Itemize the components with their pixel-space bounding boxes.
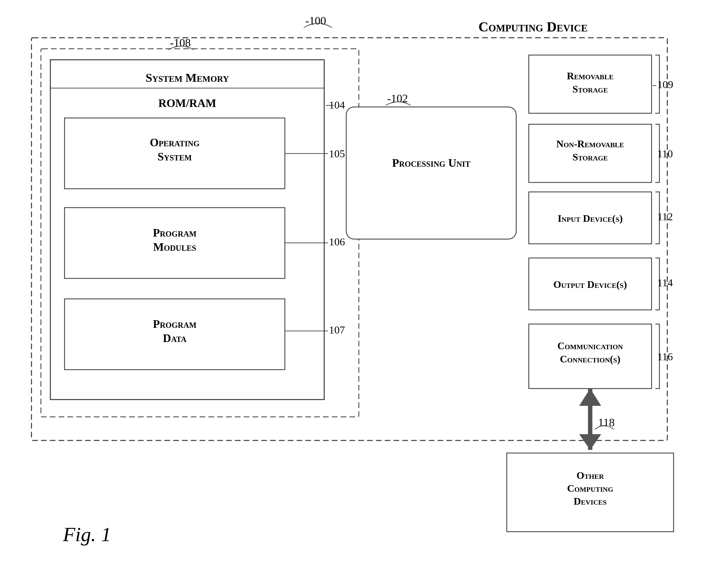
svg-rect-2 <box>50 60 324 400</box>
removable-storage-label-2: Storage <box>573 83 608 95</box>
computing-device-title: Computing Device <box>478 19 588 35</box>
ref-107: 107 <box>329 324 345 336</box>
prog-data-label-2: Data <box>163 332 186 344</box>
rom-ram-label: ROM/RAM <box>158 97 216 110</box>
removable-storage-label-1: Removable <box>567 70 614 82</box>
svg-marker-19 <box>579 388 601 406</box>
svg-rect-16 <box>529 258 652 310</box>
system-memory-label: System Memory <box>146 71 229 84</box>
non-removable-label-2: Storage <box>573 151 608 163</box>
ref-112: 112 <box>657 211 673 222</box>
input-devices-label: Input Device(s) <box>558 213 623 224</box>
svg-rect-15 <box>529 192 652 244</box>
ref-116: 116 <box>657 351 673 363</box>
ref-114: 114 <box>657 277 673 289</box>
svg-rect-1 <box>41 49 359 417</box>
svg-rect-5 <box>65 118 285 189</box>
svg-rect-7 <box>65 208 285 279</box>
svg-rect-21 <box>507 453 674 532</box>
processing-unit-label-1: Processing Unit <box>392 157 471 169</box>
os-label-1: Operating <box>150 136 200 149</box>
ref-100: -100 <box>305 14 326 27</box>
os-label-2: System <box>158 151 192 163</box>
prog-modules-label-2: Modules <box>153 241 196 253</box>
ref-104: 104 <box>329 99 345 111</box>
other-computing-label-3: Devices <box>574 496 606 507</box>
comm-connections-label-2: Connection(s) <box>560 353 620 365</box>
ref-102: -102 <box>387 92 408 105</box>
svg-rect-17 <box>529 324 652 388</box>
svg-rect-11 <box>346 107 516 239</box>
prog-modules-label-1: Program <box>153 226 197 239</box>
svg-rect-14 <box>529 124 652 182</box>
non-removable-label-1: Non-Removable <box>556 138 624 150</box>
other-computing-label-2: Computing <box>567 482 614 494</box>
ref-110: 110 <box>657 148 673 160</box>
svg-marker-20 <box>579 434 601 450</box>
ref-109: 109 <box>657 79 673 90</box>
fig-label: Fig. 1 <box>63 523 111 546</box>
output-devices-label: Output Device(s) <box>553 279 627 290</box>
svg-rect-12 <box>529 55 652 113</box>
prog-data-label-1: Program <box>153 318 197 330</box>
svg-rect-0 <box>32 38 667 440</box>
ref-105: 105 <box>329 148 345 160</box>
ref-108: -108 <box>170 37 191 49</box>
ref-118: 118 <box>598 416 615 429</box>
svg-rect-9 <box>65 299 285 370</box>
comm-connections-label-1: Communication <box>557 340 623 351</box>
ref-106: 106 <box>329 236 345 248</box>
other-computing-label-1: Other <box>576 470 604 481</box>
